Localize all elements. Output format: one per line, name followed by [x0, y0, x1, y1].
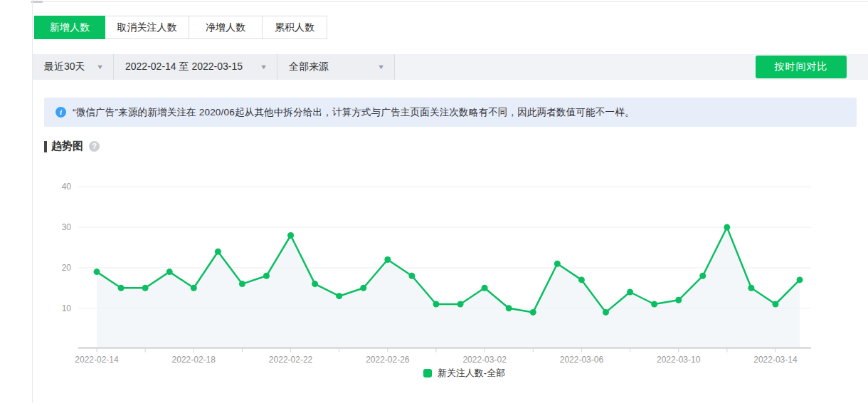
data-point[interactable] [263, 273, 270, 279]
data-point[interactable] [699, 273, 706, 279]
y-tick-label: 30 [62, 222, 72, 232]
data-point[interactable] [215, 249, 221, 255]
data-point[interactable] [408, 273, 415, 279]
data-point[interactable] [554, 261, 561, 267]
data-point[interactable] [239, 281, 245, 287]
data-point[interactable] [312, 281, 318, 287]
data-point[interactable] [166, 269, 173, 275]
data-point[interactable] [118, 285, 125, 291]
data-point[interactable] [336, 293, 342, 299]
x-axis-line [78, 348, 811, 349]
x-tick-label: 2022-03-06 [560, 355, 604, 365]
area-fill [97, 227, 800, 347]
data-point[interactable] [748, 285, 754, 291]
data-point[interactable] [506, 305, 512, 311]
chart-legend[interactable]: 新关注人数-全部 [60, 367, 868, 380]
x-tick-label: 2022-03-02 [462, 355, 507, 365]
data-point[interactable] [191, 285, 197, 291]
data-point[interactable] [627, 288, 633, 295]
analytics-page: 新增人数 取消关注人数 净增人数 累积人数 最近30天 ▼ 2022-02-14… [0, 0, 868, 406]
x-tick-label: 2022-02-26 [366, 355, 410, 365]
data-point[interactable] [457, 301, 464, 308]
legend-label: 新关注人数-全部 [438, 367, 505, 380]
data-point[interactable] [797, 276, 803, 283]
data-point[interactable] [94, 269, 100, 275]
data-point[interactable] [772, 301, 778, 308]
x-tick-label: 2022-02-14 [75, 355, 119, 365]
data-point[interactable] [360, 285, 366, 291]
y-tick-label: 10 [62, 303, 72, 313]
data-point[interactable] [482, 285, 488, 291]
y-tick-label: 20 [62, 263, 72, 273]
trend-chart: 102030402022-02-142022-02-182022-02-2220… [0, 0, 868, 406]
data-point[interactable] [142, 285, 149, 291]
x-tick-label: 2022-02-18 [172, 355, 216, 365]
data-point[interactable] [724, 224, 730, 231]
data-point[interactable] [433, 301, 439, 308]
x-tick-label: 2022-02-22 [269, 355, 313, 365]
x-tick-label: 2022-03-10 [657, 355, 701, 365]
y-tick-label: 40 [62, 182, 72, 192]
legend-swatch-green [423, 369, 432, 378]
data-point[interactable] [675, 297, 682, 303]
data-point[interactable] [287, 232, 294, 239]
data-point[interactable] [651, 301, 657, 308]
data-point[interactable] [384, 256, 391, 263]
data-point[interactable] [603, 309, 609, 316]
data-point[interactable] [530, 309, 536, 316]
x-tick-label: 2022-03-14 [753, 355, 798, 365]
tab-new-followers[interactable]: 新增人数 [34, 16, 105, 39]
data-point[interactable] [578, 276, 585, 283]
